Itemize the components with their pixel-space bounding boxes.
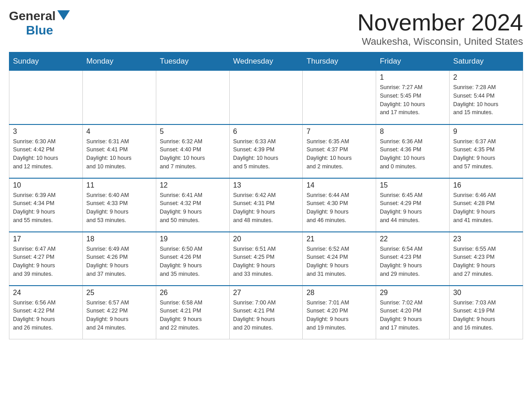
calendar-cell: 19Sunrise: 6:50 AM Sunset: 4:26 PM Dayli… <box>156 232 229 286</box>
calendar-table: SundayMondayTuesdayWednesdayThursdayFrid… <box>9 52 523 339</box>
calendar-cell: 15Sunrise: 6:45 AM Sunset: 4:29 PM Dayli… <box>376 178 450 232</box>
cell-info: Sunrise: 6:36 AM Sunset: 4:36 PM Dayligh… <box>380 137 446 171</box>
calendar-cell: 14Sunrise: 6:44 AM Sunset: 4:30 PM Dayli… <box>303 178 376 232</box>
cell-day-number: 16 <box>453 181 519 189</box>
day-header-wednesday: Wednesday <box>229 52 303 71</box>
cell-info: Sunrise: 7:00 AM Sunset: 4:21 PM Dayligh… <box>233 299 299 332</box>
cell-info: Sunrise: 6:33 AM Sunset: 4:39 PM Dayligh… <box>233 137 299 171</box>
cell-info: Sunrise: 7:27 AM Sunset: 5:45 PM Dayligh… <box>380 83 446 117</box>
cell-info: Sunrise: 7:03 AM Sunset: 4:19 PM Dayligh… <box>453 299 519 332</box>
cell-info: Sunrise: 6:31 AM Sunset: 4:41 PM Dayligh… <box>86 137 152 171</box>
page-title: November 2024 <box>357 9 523 36</box>
cell-info: Sunrise: 6:46 AM Sunset: 4:28 PM Dayligh… <box>453 191 519 225</box>
calendar-cell: 21Sunrise: 6:52 AM Sunset: 4:24 PM Dayli… <box>303 232 376 286</box>
cell-info: Sunrise: 6:57 AM Sunset: 4:22 PM Dayligh… <box>86 299 152 332</box>
cell-day-number: 13 <box>233 181 299 189</box>
calendar-cell: 7Sunrise: 6:35 AM Sunset: 4:37 PM Daylig… <box>303 124 376 178</box>
logo-blue: Blue <box>26 23 53 38</box>
cell-day-number: 14 <box>306 181 372 189</box>
cell-info: Sunrise: 6:45 AM Sunset: 4:29 PM Dayligh… <box>380 191 446 225</box>
calendar-cell: 2Sunrise: 7:28 AM Sunset: 5:44 PM Daylig… <box>450 71 523 124</box>
day-header-tuesday: Tuesday <box>156 52 229 71</box>
cell-info: Sunrise: 6:39 AM Sunset: 4:34 PM Dayligh… <box>13 191 79 225</box>
calendar-cell: 10Sunrise: 6:39 AM Sunset: 4:34 PM Dayli… <box>9 178 83 232</box>
page-subtitle: Waukesha, Wisconsin, United States <box>357 36 523 47</box>
cell-info: Sunrise: 6:44 AM Sunset: 4:30 PM Dayligh… <box>306 191 372 225</box>
calendar-cell: 20Sunrise: 6:51 AM Sunset: 4:25 PM Dayli… <box>229 232 303 286</box>
cell-day-number: 25 <box>86 289 152 297</box>
calendar-cell: 23Sunrise: 6:55 AM Sunset: 4:23 PM Dayli… <box>450 232 523 286</box>
cell-day-number: 11 <box>86 181 152 189</box>
cell-day-number: 21 <box>306 235 372 243</box>
calendar-cell: 9Sunrise: 6:37 AM Sunset: 4:35 PM Daylig… <box>450 124 523 178</box>
calendar-cell: 28Sunrise: 7:01 AM Sunset: 4:20 PM Dayli… <box>303 286 376 339</box>
calendar-cell: 24Sunrise: 6:56 AM Sunset: 4:22 PM Dayli… <box>9 286 83 339</box>
cell-day-number: 22 <box>380 235 446 243</box>
cell-info: Sunrise: 6:55 AM Sunset: 4:23 PM Dayligh… <box>453 245 519 278</box>
cell-day-number: 15 <box>380 181 446 189</box>
calendar-cell: 1Sunrise: 7:27 AM Sunset: 5:45 PM Daylig… <box>376 71 450 124</box>
week-row-5: 24Sunrise: 6:56 AM Sunset: 4:22 PM Dayli… <box>9 286 523 339</box>
cell-info: Sunrise: 6:49 AM Sunset: 4:26 PM Dayligh… <box>86 245 152 278</box>
logo-general: General <box>9 9 56 23</box>
calendar-header-row: SundayMondayTuesdayWednesdayThursdayFrid… <box>9 52 523 71</box>
week-row-1: 1Sunrise: 7:27 AM Sunset: 5:45 PM Daylig… <box>9 71 523 124</box>
day-header-sunday: Sunday <box>9 52 83 71</box>
cell-day-number: 6 <box>233 128 299 136</box>
cell-day-number: 19 <box>160 235 226 243</box>
cell-info: Sunrise: 6:51 AM Sunset: 4:25 PM Dayligh… <box>233 245 299 278</box>
calendar-cell <box>303 71 376 124</box>
calendar-cell: 11Sunrise: 6:40 AM Sunset: 4:33 PM Dayli… <box>82 178 156 232</box>
calendar-cell: 16Sunrise: 6:46 AM Sunset: 4:28 PM Dayli… <box>450 178 523 232</box>
cell-info: Sunrise: 7:02 AM Sunset: 4:20 PM Dayligh… <box>380 299 446 332</box>
logo: General Blue <box>9 9 70 38</box>
cell-info: Sunrise: 6:37 AM Sunset: 4:35 PM Dayligh… <box>453 137 519 171</box>
cell-info: Sunrise: 6:56 AM Sunset: 4:22 PM Dayligh… <box>13 299 79 332</box>
calendar-cell <box>229 71 303 124</box>
cell-day-number: 29 <box>380 289 446 297</box>
day-header-monday: Monday <box>82 52 156 71</box>
calendar-cell: 25Sunrise: 6:57 AM Sunset: 4:22 PM Dayli… <box>82 286 156 339</box>
cell-day-number: 18 <box>86 235 152 243</box>
cell-day-number: 7 <box>306 128 372 136</box>
cell-day-number: 20 <box>233 235 299 243</box>
cell-day-number: 30 <box>453 289 519 297</box>
week-row-4: 17Sunrise: 6:47 AM Sunset: 4:27 PM Dayli… <box>9 232 523 286</box>
calendar-cell: 13Sunrise: 6:42 AM Sunset: 4:31 PM Dayli… <box>229 178 303 232</box>
cell-info: Sunrise: 7:01 AM Sunset: 4:20 PM Dayligh… <box>306 299 372 332</box>
cell-info: Sunrise: 6:52 AM Sunset: 4:24 PM Dayligh… <box>306 245 372 278</box>
calendar-cell: 22Sunrise: 6:54 AM Sunset: 4:23 PM Dayli… <box>376 232 450 286</box>
cell-info: Sunrise: 7:28 AM Sunset: 5:44 PM Dayligh… <box>453 83 519 117</box>
cell-day-number: 23 <box>453 235 519 243</box>
calendar-cell: 17Sunrise: 6:47 AM Sunset: 4:27 PM Dayli… <box>9 232 83 286</box>
day-header-friday: Friday <box>376 52 450 71</box>
day-header-saturday: Saturday <box>450 52 523 71</box>
calendar-cell: 8Sunrise: 6:36 AM Sunset: 4:36 PM Daylig… <box>376 124 450 178</box>
cell-info: Sunrise: 6:50 AM Sunset: 4:26 PM Dayligh… <box>160 245 226 278</box>
calendar-cell: 5Sunrise: 6:32 AM Sunset: 4:40 PM Daylig… <box>156 124 229 178</box>
cell-day-number: 3 <box>13 128 79 136</box>
title-block: November 2024 Waukesha, Wisconsin, Unite… <box>357 9 523 47</box>
calendar-cell: 3Sunrise: 6:30 AM Sunset: 4:42 PM Daylig… <box>9 124 83 178</box>
week-row-2: 3Sunrise: 6:30 AM Sunset: 4:42 PM Daylig… <box>9 124 523 178</box>
cell-day-number: 26 <box>160 289 226 297</box>
calendar-cell: 6Sunrise: 6:33 AM Sunset: 4:39 PM Daylig… <box>229 124 303 178</box>
cell-info: Sunrise: 6:47 AM Sunset: 4:27 PM Dayligh… <box>13 245 79 278</box>
calendar-cell: 12Sunrise: 6:41 AM Sunset: 4:32 PM Dayli… <box>156 178 229 232</box>
cell-info: Sunrise: 6:30 AM Sunset: 4:42 PM Dayligh… <box>13 137 79 171</box>
cell-day-number: 9 <box>453 128 519 136</box>
cell-info: Sunrise: 6:35 AM Sunset: 4:37 PM Dayligh… <box>306 137 372 171</box>
cell-day-number: 17 <box>13 235 79 243</box>
cell-info: Sunrise: 6:42 AM Sunset: 4:31 PM Dayligh… <box>233 191 299 225</box>
cell-day-number: 24 <box>13 289 79 297</box>
cell-info: Sunrise: 6:58 AM Sunset: 4:21 PM Dayligh… <box>160 299 226 332</box>
calendar-cell <box>9 71 83 124</box>
calendar-cell <box>82 71 156 124</box>
logo-triangle-icon <box>57 10 70 20</box>
cell-day-number: 12 <box>160 181 226 189</box>
cell-day-number: 5 <box>160 128 226 136</box>
calendar-cell: 27Sunrise: 7:00 AM Sunset: 4:21 PM Dayli… <box>229 286 303 339</box>
calendar-cell: 18Sunrise: 6:49 AM Sunset: 4:26 PM Dayli… <box>82 232 156 286</box>
cell-info: Sunrise: 6:32 AM Sunset: 4:40 PM Dayligh… <box>160 137 226 171</box>
cell-day-number: 1 <box>380 73 446 81</box>
